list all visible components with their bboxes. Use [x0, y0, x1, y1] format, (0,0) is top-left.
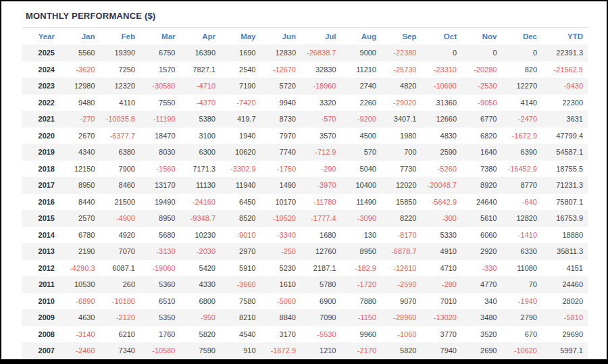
value-cell: 5230: [261, 260, 301, 277]
value-cell: 4330: [180, 276, 221, 293]
value-cell: -25730: [381, 61, 422, 78]
table-row: 2017895084601317011130119401490-39701040…: [22, 177, 588, 194]
value-cell: 10530: [59, 276, 100, 293]
year-cell: 2022: [22, 95, 59, 111]
value-cell: 22300: [542, 95, 588, 111]
value-cell: 8210: [220, 309, 261, 326]
value-cell: -26838.7: [301, 45, 341, 61]
value-cell: 12980: [59, 78, 100, 95]
value-cell: 35811.3: [542, 243, 588, 260]
value-cell: 7010: [422, 293, 462, 310]
column-header-oct: Oct: [422, 28, 462, 45]
value-cell: 4770: [461, 276, 502, 293]
value-cell: 15850: [381, 194, 422, 211]
value-cell: 1490: [261, 177, 301, 194]
value-cell: -1940: [502, 293, 542, 310]
value-cell: 2790: [502, 309, 542, 326]
value-cell: 2690: [461, 342, 502, 359]
table-body: 2025556019390675016390169012830-26838.79…: [22, 45, 588, 359]
value-cell: 7380: [461, 161, 502, 178]
value-cell: 2920: [461, 243, 502, 260]
value-cell: 7880: [341, 293, 382, 310]
value-cell: 12820: [502, 210, 542, 227]
value-cell: 7740: [261, 144, 301, 161]
value-cell: -10180: [100, 293, 141, 310]
value-cell: 4710: [422, 260, 462, 277]
value-cell: -1060: [381, 326, 422, 343]
value-cell: 2570: [59, 210, 100, 227]
table-row: 2018121507900-15607171.3-3302.9-1750-290…: [22, 161, 588, 178]
value-cell: 12830: [261, 45, 301, 61]
value-cell: 18755.5: [542, 161, 588, 178]
value-cell: 7190: [220, 78, 261, 95]
value-cell: 4151: [542, 260, 588, 277]
year-cell: 2017: [22, 177, 59, 194]
value-cell: 4140: [502, 95, 542, 111]
value-cell: 12760: [301, 243, 341, 260]
value-cell: -5530: [301, 326, 341, 343]
value-cell: 6390: [502, 144, 542, 161]
value-cell: -6890: [59, 293, 100, 310]
value-cell: 8520: [220, 210, 261, 227]
value-cell: 7070: [100, 243, 141, 260]
value-cell: -3140: [59, 326, 100, 343]
value-cell: -12610: [381, 260, 422, 277]
year-cell: 2015: [22, 210, 59, 227]
value-cell: 2187.1: [301, 260, 341, 277]
value-cell: 32830: [301, 61, 341, 78]
value-cell: 7940: [422, 342, 462, 359]
value-cell: 700: [381, 144, 422, 161]
table-row: 2007-24607340-105807590910-1672.91210-21…: [22, 342, 588, 359]
value-cell: 419.7: [220, 111, 261, 128]
value-cell: 11130: [180, 177, 221, 194]
value-cell: 2590: [422, 144, 462, 161]
value-cell: -4370: [180, 95, 221, 111]
value-cell: 8840: [261, 309, 301, 326]
value-cell: 3407.1: [381, 111, 422, 128]
value-cell: -1560: [140, 161, 180, 178]
column-header-feb: Feb: [100, 28, 141, 45]
value-cell: 3480: [461, 309, 502, 326]
value-cell: -9010: [220, 227, 261, 244]
table-row: 201684402150019490-24160645010170-117801…: [22, 194, 588, 211]
value-cell: 71231.3: [542, 177, 588, 194]
value-cell: -6878.7: [381, 243, 422, 260]
value-cell: 5040: [341, 161, 382, 178]
year-cell: 2013: [22, 243, 59, 260]
value-cell: 3520: [461, 326, 502, 343]
value-cell: 9070: [381, 293, 422, 310]
value-cell: 9940: [261, 95, 301, 111]
value-cell: 6900: [301, 293, 341, 310]
value-cell: 5820: [180, 326, 221, 343]
table-row: 201467804920568010230-9010-33401680130-8…: [22, 227, 588, 244]
value-cell: -13020: [422, 309, 462, 326]
value-cell: -22380: [381, 45, 422, 61]
value-cell: 7580: [220, 293, 261, 310]
table-row: 2008-314062101760582045403170-55309960-1…: [22, 326, 588, 343]
value-cell: 7171.3: [180, 161, 221, 178]
column-header-jan: Jan: [59, 28, 100, 45]
value-cell: 5610: [461, 210, 502, 227]
value-cell: -640: [502, 194, 542, 211]
value-cell: -9430: [542, 78, 588, 95]
value-cell: -2470: [502, 111, 542, 128]
value-cell: 1940: [220, 128, 261, 145]
value-cell: 12320: [100, 78, 141, 95]
value-cell: -10520: [261, 210, 301, 227]
value-cell: 6450: [220, 194, 261, 211]
value-cell: 10170: [261, 194, 301, 211]
value-cell: 12150: [59, 161, 100, 178]
value-cell: 1690: [220, 45, 261, 61]
value-cell: -3090: [341, 210, 382, 227]
table-row: 20094630-21205350-950821088407090-1150-2…: [22, 309, 588, 326]
value-cell: -19060: [140, 260, 180, 277]
value-cell: 7900: [100, 161, 141, 178]
value-cell: -2460: [59, 342, 100, 359]
table-row: 2010-6890-10180651068007580-506069007880…: [22, 293, 588, 310]
table-row: 2024-3620725015707827.12540-126703283011…: [22, 61, 588, 78]
value-cell: -10690: [422, 78, 462, 95]
value-cell: 3631: [542, 111, 588, 128]
table-row: 20231298012320-30580-471071905720-189602…: [22, 78, 588, 95]
value-cell: 3100: [180, 128, 221, 145]
year-cell: 2018: [22, 161, 59, 178]
